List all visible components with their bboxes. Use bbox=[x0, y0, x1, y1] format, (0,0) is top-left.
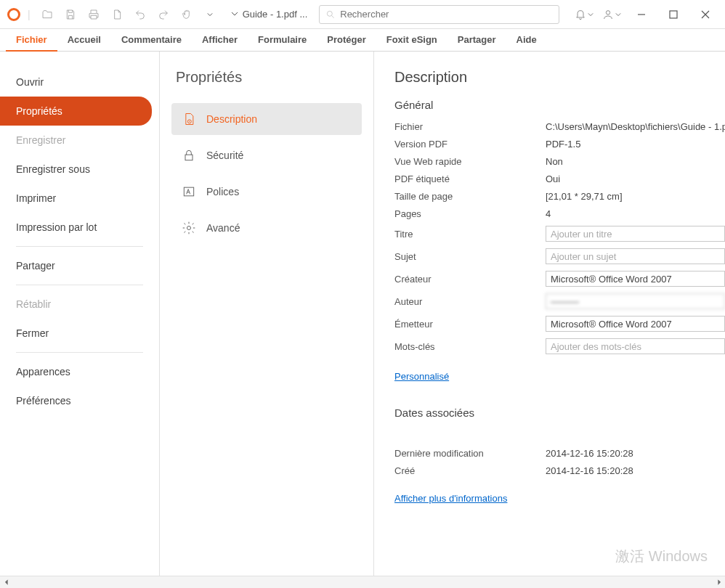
ribbon-tab-formulaire[interactable]: Formulaire bbox=[248, 29, 317, 52]
qat-dropdown-icon[interactable] bbox=[201, 4, 219, 25]
ribbon-tab-accueil[interactable]: Accueil bbox=[57, 29, 111, 52]
row-fastweb: Vue Web rapide Non bbox=[394, 156, 725, 167]
file-label: Fichier bbox=[394, 121, 546, 132]
dates-heading: Dates associées bbox=[394, 407, 725, 419]
search-input[interactable] bbox=[340, 9, 553, 20]
row-subject: Sujet bbox=[394, 248, 725, 264]
gear-icon bbox=[182, 221, 196, 235]
producer-input[interactable] bbox=[546, 316, 725, 332]
tab-caret-icon bbox=[231, 9, 238, 20]
subject-input[interactable] bbox=[546, 248, 725, 264]
title-input[interactable] bbox=[546, 226, 725, 242]
row-producer: Émetteur bbox=[394, 316, 725, 332]
page-icon[interactable] bbox=[108, 4, 126, 25]
print-icon[interactable] bbox=[84, 4, 103, 25]
svg-rect-2 bbox=[670, 11, 677, 18]
modified-label: Dernière modification bbox=[394, 448, 546, 459]
app-logo-icon bbox=[7, 8, 20, 21]
content-area: Propriétés Description Sécurité Polices … bbox=[160, 52, 725, 576]
prop-nav-label: Polices bbox=[206, 186, 239, 197]
custom-link[interactable]: Personnalisé bbox=[394, 371, 449, 382]
sidebar-item-enregistrer-sous[interactable]: Enregistrer sous bbox=[0, 155, 159, 184]
tagged-value: Oui bbox=[546, 173, 725, 184]
description-panel: Description Général Fichier C:\Users\May… bbox=[374, 52, 725, 576]
user-icon bbox=[602, 9, 614, 20]
sidebar-item-imprimer[interactable]: Imprimer bbox=[0, 184, 159, 213]
ribbon-tab-proteger[interactable]: Protéger bbox=[317, 29, 376, 52]
creator-label: Créateur bbox=[394, 274, 546, 285]
search-icon bbox=[325, 9, 336, 20]
bell-icon bbox=[575, 9, 586, 20]
lock-icon bbox=[182, 148, 196, 163]
scroll-left-icon[interactable] bbox=[0, 576, 12, 589]
ribbon-tab-commentaire[interactable]: Commentaire bbox=[111, 29, 192, 52]
window-maximize-button[interactable] bbox=[658, 4, 689, 25]
creator-input[interactable] bbox=[546, 271, 725, 287]
prop-nav-label: Avancé bbox=[206, 222, 240, 234]
general-heading: Général bbox=[394, 99, 725, 111]
ribbon-tab-fichier[interactable]: Fichier bbox=[6, 29, 57, 52]
sidebar-separator bbox=[16, 246, 143, 247]
svg-rect-4 bbox=[185, 155, 193, 160]
created-value: 2014-12-16 15:20:28 bbox=[546, 465, 725, 476]
chevron-down-icon bbox=[588, 9, 594, 20]
row-tagged: PDF étiqueté Oui bbox=[394, 173, 725, 184]
fastweb-label: Vue Web rapide bbox=[394, 156, 546, 167]
hand-tool-icon[interactable] bbox=[177, 4, 196, 25]
sidebar-item-apparences[interactable]: Apparences bbox=[0, 357, 159, 386]
sidebar-item-preferences[interactable]: Préférences bbox=[0, 386, 159, 415]
prop-nav-label: Sécurité bbox=[206, 150, 243, 161]
prop-nav-securite[interactable]: Sécurité bbox=[171, 139, 362, 171]
sidebar-item-impression-lot[interactable]: Impression par lot bbox=[0, 213, 159, 242]
save-icon[interactable] bbox=[61, 4, 80, 25]
scroll-right-icon[interactable] bbox=[713, 576, 725, 589]
sidebar-item-proprietes[interactable]: Propriétés bbox=[0, 97, 152, 126]
sidebar-item-fermer[interactable]: Fermer bbox=[0, 319, 159, 348]
window-minimize-button[interactable] bbox=[626, 4, 657, 25]
modified-value: 2014-12-16 15:20:28 bbox=[546, 448, 725, 459]
open-file-icon[interactable] bbox=[38, 4, 57, 25]
ribbon-tab-partager[interactable]: Partager bbox=[447, 29, 506, 52]
row-pages: Pages 4 bbox=[394, 208, 725, 219]
prop-nav-polices[interactable]: Polices bbox=[171, 176, 362, 208]
keywords-input[interactable] bbox=[546, 338, 725, 354]
file-value: C:\Users\Mayn\Desktop\fichiers\Guide - 1… bbox=[546, 121, 725, 132]
notification-button[interactable] bbox=[571, 4, 597, 25]
sidebar-item-retablir: Rétablir bbox=[0, 290, 159, 319]
title-label: Titre bbox=[394, 229, 546, 240]
redo-icon[interactable] bbox=[154, 4, 173, 25]
sidebar-separator bbox=[16, 352, 143, 353]
prop-nav-avance[interactable]: Avancé bbox=[171, 212, 362, 244]
document-tab[interactable]: Guide - 1.pdf ... bbox=[231, 9, 308, 20]
ribbon-tab-esign[interactable]: Foxit eSign bbox=[376, 29, 447, 52]
account-button[interactable] bbox=[599, 4, 625, 25]
sidebar-item-partager[interactable]: Partager bbox=[0, 251, 159, 280]
row-title: Titre bbox=[394, 226, 725, 242]
row-created: Créé 2014-12-16 15:20:28 bbox=[394, 465, 725, 476]
author-input[interactable] bbox=[546, 293, 725, 309]
keywords-label: Mots-clés bbox=[394, 341, 546, 352]
ribbon-tab-afficher[interactable]: Afficher bbox=[192, 29, 248, 52]
title-bar: | Guide - 1.pdf ... bbox=[0, 0, 725, 29]
pdfver-value: PDF-1.5 bbox=[546, 139, 725, 150]
window-close-button[interactable] bbox=[690, 4, 721, 25]
chevron-down-icon bbox=[615, 9, 621, 20]
row-pagesize: Taille de page [21,01 * 29,71 cm] bbox=[394, 191, 725, 202]
pdfver-label: Version PDF bbox=[394, 139, 546, 150]
svg-point-0 bbox=[328, 11, 333, 16]
horizontal-scrollbar[interactable] bbox=[0, 576, 725, 588]
created-label: Créé bbox=[394, 465, 546, 476]
prop-nav-description[interactable]: Description bbox=[171, 103, 362, 135]
more-info-link[interactable]: Afficher plus d'informations bbox=[394, 493, 507, 504]
description-heading: Description bbox=[394, 69, 725, 86]
sidebar-item-enregistrer: Enregistrer bbox=[0, 126, 159, 155]
font-icon bbox=[182, 184, 196, 199]
row-creator: Créateur bbox=[394, 271, 725, 287]
ribbon-tab-aide[interactable]: Aide bbox=[506, 29, 547, 52]
pagesize-label: Taille de page bbox=[394, 191, 546, 202]
sidebar-item-ouvrir[interactable]: Ouvrir bbox=[0, 68, 159, 97]
ribbon-tabs: Fichier Accueil Commentaire Afficher For… bbox=[0, 29, 725, 52]
author-label: Auteur bbox=[394, 296, 546, 307]
undo-icon[interactable] bbox=[131, 4, 150, 25]
search-box[interactable] bbox=[319, 5, 559, 24]
